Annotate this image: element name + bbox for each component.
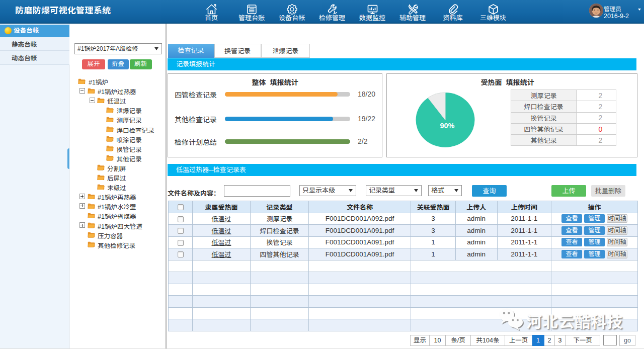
svg-text:90%: 90% — [440, 121, 454, 129]
